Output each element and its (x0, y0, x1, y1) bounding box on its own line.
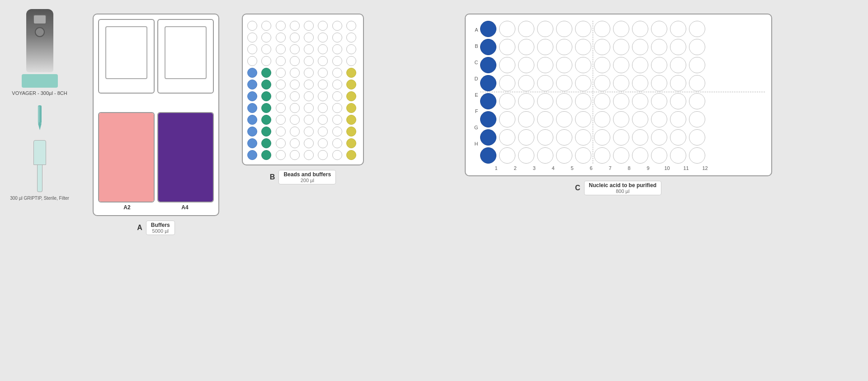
well-c (556, 57, 572, 73)
well-b (346, 91, 356, 101)
section-b: B Beads and buffers 200 µl (237, 14, 368, 367)
pipette-label: VOYAGER - 300µl - 8CH (12, 90, 67, 96)
plate-c-row-labels: ABCDEFGH (472, 21, 478, 152)
well-c (499, 111, 515, 127)
well-c (480, 75, 496, 91)
well-c (499, 129, 515, 146)
well-b (290, 138, 300, 148)
well-c (518, 93, 534, 109)
well-b (318, 33, 328, 42)
well-c (689, 93, 705, 109)
plate-c-col-label: 12 (697, 165, 713, 171)
well-b (346, 33, 356, 42)
dashed-line-horizontal (480, 92, 765, 92)
well-b (247, 115, 257, 125)
well-c (556, 93, 572, 109)
well-b (346, 80, 356, 89)
pipette-button (35, 27, 45, 37)
well-c (594, 75, 610, 91)
well-b (318, 127, 328, 136)
trough-col-label-a2: A2 (123, 204, 130, 211)
well-c (518, 57, 534, 73)
well-c (670, 21, 686, 37)
well-c (594, 39, 610, 55)
pipette-screen (33, 14, 47, 24)
well-b (261, 138, 271, 148)
plate-c-row (480, 147, 765, 164)
well-c (499, 57, 515, 73)
well-b (290, 33, 300, 42)
section-c-subtitle: 800 µl (616, 188, 629, 194)
well-c (594, 147, 610, 164)
plate-c-row (480, 75, 765, 91)
well-c (575, 93, 591, 109)
section-a-title: Buffers (151, 222, 170, 228)
well-c (575, 39, 591, 55)
well-c (480, 93, 496, 109)
well-c (613, 21, 629, 37)
plate-c-row (480, 93, 765, 109)
well-b (346, 21, 356, 31)
well-b (318, 80, 328, 89)
well-b (261, 91, 271, 101)
well-c (594, 129, 610, 146)
well-b (304, 68, 314, 78)
well-b (304, 127, 314, 136)
well-b (276, 33, 286, 42)
well-c (499, 21, 515, 37)
pipette-head (22, 74, 58, 88)
tip-body (33, 140, 46, 165)
well-c (651, 111, 667, 127)
well-b (332, 80, 342, 89)
well-b (290, 103, 300, 113)
well-b (276, 103, 286, 113)
well-b (261, 21, 271, 31)
trough-container: A2 A4 (93, 14, 219, 216)
well-c (537, 129, 553, 146)
well-b (276, 44, 286, 54)
section-a-label: A Buffers 5000 µl (137, 221, 175, 235)
well-b (304, 44, 314, 54)
well-c (480, 39, 496, 55)
section-c-letter: C (575, 184, 580, 192)
tip-narrow (37, 165, 42, 192)
well-b (247, 68, 257, 78)
pipette-illustration: VOYAGER - 300µl - 8CH (12, 9, 67, 96)
plate-c-row-label: B (472, 38, 478, 54)
well-b (290, 21, 300, 31)
well-b (247, 21, 257, 31)
svg-marker-1 (38, 123, 42, 130)
well-b (346, 56, 356, 66)
well-b (318, 56, 328, 66)
well-b (276, 150, 286, 160)
well-c (480, 147, 496, 164)
well-b (261, 80, 271, 89)
well-c (632, 39, 648, 55)
plate-c-row (480, 111, 765, 127)
well-b (332, 103, 342, 113)
well-b (247, 80, 257, 89)
well-c (537, 57, 553, 73)
well-c (594, 21, 610, 37)
well-b (290, 91, 300, 101)
plate-c-col-label: 11 (678, 165, 694, 171)
trough-col-labels: A2 A4 (98, 204, 214, 211)
well-c (556, 147, 572, 164)
well-c (594, 93, 610, 109)
well-c (613, 147, 629, 164)
well-b (261, 44, 271, 54)
well-c (670, 111, 686, 127)
well-c (689, 147, 705, 164)
plate-c-row (480, 39, 765, 55)
well-b (290, 68, 300, 78)
main-content: A2 A4 A Buffers 5000 µl B Beads and buff… (79, 0, 868, 381)
well-c (537, 39, 553, 55)
section-a-info: Buffers 5000 µl (146, 221, 175, 235)
plate-c-col-label: 3 (526, 165, 542, 171)
plate-c-col-label: 2 (507, 165, 524, 171)
well-c (480, 111, 496, 127)
well-c (518, 129, 534, 146)
trough-a2 (98, 112, 155, 202)
plate-c-row (480, 21, 765, 37)
well-c (689, 39, 705, 55)
